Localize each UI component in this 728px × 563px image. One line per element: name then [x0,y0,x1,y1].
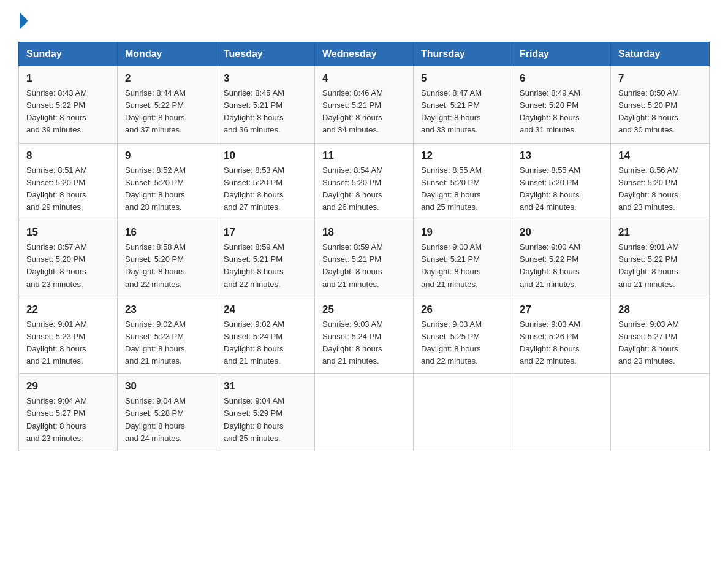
calendar-cell: 21Sunrise: 9:01 AMSunset: 5:22 PMDayligh… [611,220,710,297]
day-info: Sunrise: 8:59 AMSunset: 5:21 PMDaylight:… [322,241,406,291]
day-number: 2 [125,72,208,85]
calendar-cell: 31Sunrise: 9:04 AMSunset: 5:29 PMDayligh… [216,374,315,451]
calendar-cell: 10Sunrise: 8:53 AMSunset: 5:20 PMDayligh… [216,143,315,220]
calendar-week-row: 15Sunrise: 8:57 AMSunset: 5:20 PMDayligh… [19,220,710,297]
day-number: 27 [520,304,603,316]
day-number: 26 [421,304,504,316]
day-info: Sunrise: 8:59 AMSunset: 5:21 PMDaylight:… [224,241,307,291]
day-info: Sunrise: 9:01 AMSunset: 5:23 PMDaylight:… [26,318,110,368]
calendar-cell: 14Sunrise: 8:56 AMSunset: 5:20 PMDayligh… [611,143,710,220]
day-number: 22 [26,304,110,316]
day-info: Sunrise: 9:00 AMSunset: 5:22 PMDaylight:… [520,241,603,291]
calendar-cell [611,374,710,451]
day-number: 28 [618,304,702,316]
day-info: Sunrise: 9:02 AMSunset: 5:23 PMDaylight:… [125,318,208,368]
day-info: Sunrise: 8:47 AMSunset: 5:21 PMDaylight:… [421,87,504,137]
weekday-header-monday: Monday [118,42,216,66]
calendar-cell: 5Sunrise: 8:47 AMSunset: 5:21 PMDaylight… [414,66,512,144]
calendar-cell: 15Sunrise: 8:57 AMSunset: 5:20 PMDayligh… [19,220,118,297]
day-number: 5 [421,72,504,85]
day-info: Sunrise: 9:03 AMSunset: 5:27 PMDaylight:… [618,318,702,368]
calendar-cell: 22Sunrise: 9:01 AMSunset: 5:23 PMDayligh… [19,297,118,374]
calendar-cell: 17Sunrise: 8:59 AMSunset: 5:21 PMDayligh… [216,220,315,297]
day-number: 15 [26,226,110,239]
calendar-cell: 16Sunrise: 8:58 AMSunset: 5:20 PMDayligh… [118,220,216,297]
calendar-cell: 25Sunrise: 9:03 AMSunset: 5:24 PMDayligh… [315,297,414,374]
day-info: Sunrise: 8:44 AMSunset: 5:22 PMDaylight:… [125,87,208,137]
day-info: Sunrise: 8:54 AMSunset: 5:20 PMDaylight:… [322,164,406,214]
calendar-cell [512,374,611,451]
calendar-cell: 26Sunrise: 9:03 AMSunset: 5:25 PMDayligh… [414,297,512,374]
day-info: Sunrise: 9:04 AMSunset: 5:28 PMDaylight:… [125,395,208,445]
day-info: Sunrise: 8:52 AMSunset: 5:20 PMDaylight:… [125,164,208,214]
day-info: Sunrise: 9:03 AMSunset: 5:26 PMDaylight:… [520,318,603,368]
day-info: Sunrise: 8:45 AMSunset: 5:21 PMDaylight:… [224,87,307,137]
day-info: Sunrise: 8:56 AMSunset: 5:20 PMDaylight:… [618,164,702,214]
calendar-cell: 3Sunrise: 8:45 AMSunset: 5:21 PMDaylight… [216,66,315,144]
day-number: 20 [520,226,603,239]
calendar-cell: 24Sunrise: 9:02 AMSunset: 5:24 PMDayligh… [216,297,315,374]
calendar-cell: 19Sunrise: 9:00 AMSunset: 5:21 PMDayligh… [414,220,512,297]
calendar-cell: 23Sunrise: 9:02 AMSunset: 5:23 PMDayligh… [118,297,216,374]
day-info: Sunrise: 9:01 AMSunset: 5:22 PMDaylight:… [618,241,702,291]
calendar-cell: 9Sunrise: 8:52 AMSunset: 5:20 PMDaylight… [118,143,216,220]
day-number: 6 [520,72,603,85]
day-number: 4 [322,72,406,85]
calendar-cell: 12Sunrise: 8:55 AMSunset: 5:20 PMDayligh… [414,143,512,220]
day-info: Sunrise: 8:50 AMSunset: 5:20 PMDaylight:… [618,87,702,137]
logo-arrow-icon [20,12,28,29]
calendar-cell: 4Sunrise: 8:46 AMSunset: 5:21 PMDaylight… [315,66,414,144]
day-number: 1 [26,72,110,85]
day-info: Sunrise: 8:43 AMSunset: 5:22 PMDaylight:… [26,87,110,137]
day-info: Sunrise: 8:53 AMSunset: 5:20 PMDaylight:… [224,164,307,214]
calendar-cell: 2Sunrise: 8:44 AMSunset: 5:22 PMDaylight… [118,66,216,144]
day-number: 18 [322,226,406,239]
day-info: Sunrise: 9:04 AMSunset: 5:27 PMDaylight:… [26,395,110,445]
page-header [18,12,710,29]
day-number: 3 [224,72,307,85]
weekday-header-row: SundayMondayTuesdayWednesdayThursdayFrid… [19,42,710,66]
day-number: 23 [125,304,208,316]
day-info: Sunrise: 9:03 AMSunset: 5:24 PMDaylight:… [322,318,406,368]
calendar-cell: 28Sunrise: 9:03 AMSunset: 5:27 PMDayligh… [611,297,710,374]
weekday-header-saturday: Saturday [611,42,710,66]
weekday-header-thursday: Thursday [414,42,512,66]
day-info: Sunrise: 9:04 AMSunset: 5:29 PMDaylight:… [224,395,307,445]
day-number: 29 [26,380,110,393]
calendar-cell: 20Sunrise: 9:00 AMSunset: 5:22 PMDayligh… [512,220,611,297]
day-info: Sunrise: 8:57 AMSunset: 5:20 PMDaylight:… [26,241,110,291]
calendar-week-row: 8Sunrise: 8:51 AMSunset: 5:20 PMDaylight… [19,143,710,220]
day-number: 31 [224,380,307,393]
day-number: 9 [125,150,208,162]
day-number: 24 [224,304,307,316]
calendar-cell: 29Sunrise: 9:04 AMSunset: 5:27 PMDayligh… [19,374,118,451]
day-info: Sunrise: 8:55 AMSunset: 5:20 PMDaylight:… [520,164,603,214]
calendar-cell [414,374,512,451]
day-info: Sunrise: 9:02 AMSunset: 5:24 PMDaylight:… [224,318,307,368]
calendar-cell: 1Sunrise: 8:43 AMSunset: 5:22 PMDaylight… [19,66,118,144]
calendar-cell: 6Sunrise: 8:49 AMSunset: 5:20 PMDaylight… [512,66,611,144]
day-number: 8 [26,150,110,162]
day-info: Sunrise: 9:03 AMSunset: 5:25 PMDaylight:… [421,318,504,368]
day-number: 14 [618,150,702,162]
day-info: Sunrise: 8:55 AMSunset: 5:20 PMDaylight:… [421,164,504,214]
day-info: Sunrise: 8:49 AMSunset: 5:20 PMDaylight:… [520,87,603,137]
weekday-header-wednesday: Wednesday [315,42,414,66]
day-number: 25 [322,304,406,316]
calendar-week-row: 29Sunrise: 9:04 AMSunset: 5:27 PMDayligh… [19,374,710,451]
calendar-cell: 7Sunrise: 8:50 AMSunset: 5:20 PMDaylight… [611,66,710,144]
day-number: 12 [421,150,504,162]
weekday-header-friday: Friday [512,42,611,66]
calendar-table: SundayMondayTuesdayWednesdayThursdayFrid… [18,42,710,451]
calendar-cell: 13Sunrise: 8:55 AMSunset: 5:20 PMDayligh… [512,143,611,220]
calendar-cell: 18Sunrise: 8:59 AMSunset: 5:21 PMDayligh… [315,220,414,297]
day-info: Sunrise: 9:00 AMSunset: 5:21 PMDaylight:… [421,241,504,291]
calendar-cell: 8Sunrise: 8:51 AMSunset: 5:20 PMDaylight… [19,143,118,220]
day-number: 21 [618,226,702,239]
day-number: 11 [322,150,406,162]
weekday-header-sunday: Sunday [19,42,118,66]
day-number: 10 [224,150,307,162]
calendar-cell: 11Sunrise: 8:54 AMSunset: 5:20 PMDayligh… [315,143,414,220]
day-number: 16 [125,226,208,239]
calendar-week-row: 22Sunrise: 9:01 AMSunset: 5:23 PMDayligh… [19,297,710,374]
